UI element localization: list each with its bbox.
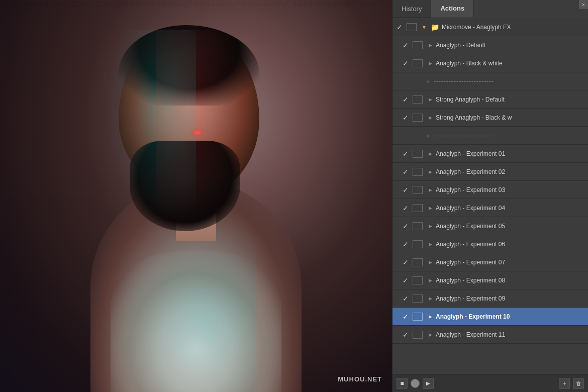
checkmark-0: ✓ — [393, 23, 407, 31]
action-row[interactable]: ✓ ▶ Anaglyph - Experiment 02 — [393, 163, 588, 181]
action-row[interactable]: ✓ ▶ Anaglyph - Black & white — [393, 54, 588, 72]
actions-list[interactable]: ✓ ▼ 📁 Micromove - Anaglyph FX ✓ ▶ Anagly… — [393, 18, 588, 374]
stop-button[interactable]: ■ — [397, 378, 408, 389]
action-row[interactable]: ✓ ▶ Anaglyph - Experiment 08 — [393, 271, 588, 289]
watermark: MUHOU.NET — [338, 375, 382, 383]
play-arrow-4[interactable]: ▶ — [425, 97, 436, 102]
checkmark-5: ✓ — [399, 114, 413, 122]
action-label-14: Anaglyph - Experiment 08 — [436, 277, 584, 284]
folder-icon-0: 📁 — [430, 23, 440, 31]
separator-label-1: ------------------------ — [434, 78, 584, 85]
play-arrow-1[interactable]: ▶ — [425, 43, 436, 48]
action-row[interactable]: ✓ ▶ Anaglyph - Experiment 03 — [393, 181, 588, 199]
action-label-0: Micromove - Anaglyph FX — [442, 24, 584, 31]
action-row[interactable]: ✓ ▼ 📁 Micromove - Anaglyph FX — [393, 18, 588, 36]
checkmark-2: ✓ — [399, 59, 413, 67]
play-arrow-5[interactable]: ▶ — [425, 115, 436, 120]
action-label-5: Strong Anaglyph - Black & w — [436, 114, 584, 121]
panel-toolbar: ■ ▶ + 🗑 — [393, 374, 588, 392]
action-label-1: Anaglyph - Default — [436, 42, 584, 49]
panel-close-button[interactable]: × — [579, 0, 588, 9]
action-row[interactable]: ✓ ▶ Anaglyph - Experiment 09 — [393, 289, 588, 308]
panel-header: History Actions × — [393, 0, 588, 18]
actions-panel: History Actions × ✓ ▼ 📁 Micromove - Anag… — [392, 0, 588, 392]
action-row[interactable]: ✓ ▶ Strong Anaglyph - Black & w — [393, 109, 588, 127]
play-arrow-2[interactable]: ▶ — [425, 61, 436, 66]
action-label-16: Anaglyph - Experiment 10 — [436, 313, 584, 320]
action-label-13: Anaglyph - Experiment 07 — [436, 259, 584, 266]
action-row[interactable]: ✓ ▶ Anaglyph - Experiment 05 — [393, 217, 588, 235]
visibility-box-0[interactable] — [407, 23, 417, 31]
image-area: ');background-size:150px 150px;pointer-e… — [0, 0, 392, 392]
action-row[interactable]: ✓ ▶ Anaglyph - Experiment 06 — [393, 235, 588, 253]
action-label-9: Anaglyph - Experiment 03 — [436, 186, 584, 193]
action-label-17: Anaglyph - Experiment 11 — [436, 331, 584, 338]
action-row[interactable]: ✓ ▶ Anaglyph - Experiment 07 — [393, 253, 588, 271]
action-row[interactable]: ✓ ▶ Anaglyph - Experiment 11 — [393, 326, 588, 344]
tab-bar: History Actions — [393, 0, 474, 18]
separator-label-2: ------------------------ — [434, 132, 584, 139]
action-row[interactable]: ✓ ▶ Strong Anaglyph - Default — [393, 90, 588, 109]
action-row-separator-1: ▶ ------------------------ — [393, 72, 588, 90]
portrait-background: ');background-size:150px 150px;pointer-e… — [0, 0, 392, 392]
play-arrow-6: ▶ — [423, 133, 434, 138]
action-label-8: Anaglyph - Experiment 02 — [436, 168, 584, 175]
expand-arrow-0[interactable]: ▼ — [419, 24, 430, 30]
action-label-15: Anaglyph - Experiment 09 — [436, 295, 584, 302]
delete-button[interactable]: 🗑 — [573, 378, 584, 389]
action-row-separator-2: ▶ ------------------------ — [393, 127, 588, 145]
action-label-11: Anaglyph - Experiment 05 — [436, 223, 584, 230]
visibility-box-5[interactable] — [413, 114, 423, 122]
history-tab-label: History — [402, 5, 422, 13]
action-row[interactable]: ✓ ▶ Anaglyph - Experiment 04 — [393, 199, 588, 217]
action-label-12: Anaglyph - Experiment 06 — [436, 241, 584, 248]
action-row[interactable]: ✓ ▶ Anaglyph - Experiment 01 — [393, 145, 588, 163]
new-action-button[interactable]: + — [559, 378, 570, 389]
visibility-box-2[interactable] — [413, 59, 423, 67]
play-arrow-3: ▶ — [423, 79, 434, 84]
checkmark-4: ✓ — [399, 95, 413, 104]
checkmark-1: ✓ — [399, 41, 413, 49]
action-label-2: Anaglyph - Black & white — [436, 60, 584, 67]
tab-actions[interactable]: Actions — [431, 0, 474, 18]
tab-history[interactable]: History — [393, 0, 431, 18]
visibility-box-4[interactable] — [413, 95, 423, 104]
action-row[interactable]: ✓ ▶ Anaglyph - Default — [393, 36, 588, 54]
action-label-10: Anaglyph - Experiment 04 — [436, 205, 584, 212]
visibility-box-1[interactable] — [413, 41, 423, 49]
actions-tab-label: Actions — [440, 5, 464, 12]
action-label-4: Strong Anaglyph - Default — [436, 96, 584, 103]
play-button[interactable]: ▶ — [423, 378, 434, 389]
action-label-7: Anaglyph - Experiment 01 — [436, 150, 584, 157]
action-row-selected[interactable]: ✓ ▶ Anaglyph - Experiment 10 — [393, 308, 588, 326]
record-button[interactable] — [411, 379, 420, 388]
